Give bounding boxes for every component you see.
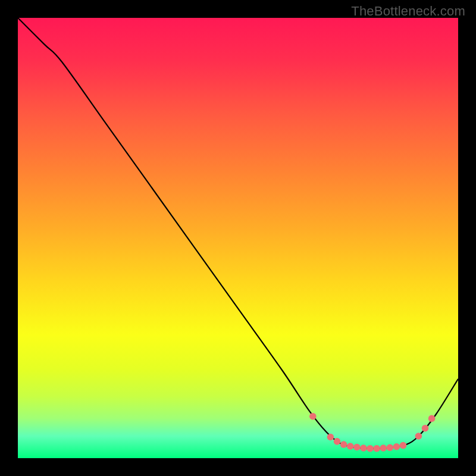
data-point bbox=[380, 444, 387, 452]
chart-svg bbox=[18, 18, 458, 458]
data-point bbox=[353, 444, 361, 451]
data-point bbox=[360, 444, 367, 452]
data-point bbox=[373, 445, 380, 452]
plot-area bbox=[18, 18, 458, 458]
data-point bbox=[393, 443, 400, 450]
data-point bbox=[422, 425, 429, 432]
data-point bbox=[400, 442, 407, 449]
data-point bbox=[347, 443, 354, 450]
data-point bbox=[428, 415, 436, 422]
data-point bbox=[367, 445, 374, 452]
data-point bbox=[309, 413, 317, 420]
gradient-background bbox=[18, 18, 458, 458]
data-point bbox=[334, 438, 341, 445]
data-point bbox=[327, 434, 334, 441]
data-point bbox=[387, 444, 394, 451]
data-point bbox=[340, 441, 347, 448]
chart-frame: TheBottleneck.com bbox=[0, 0, 476, 476]
data-point bbox=[415, 433, 422, 440]
watermark-text: TheBottleneck.com bbox=[351, 4, 465, 19]
